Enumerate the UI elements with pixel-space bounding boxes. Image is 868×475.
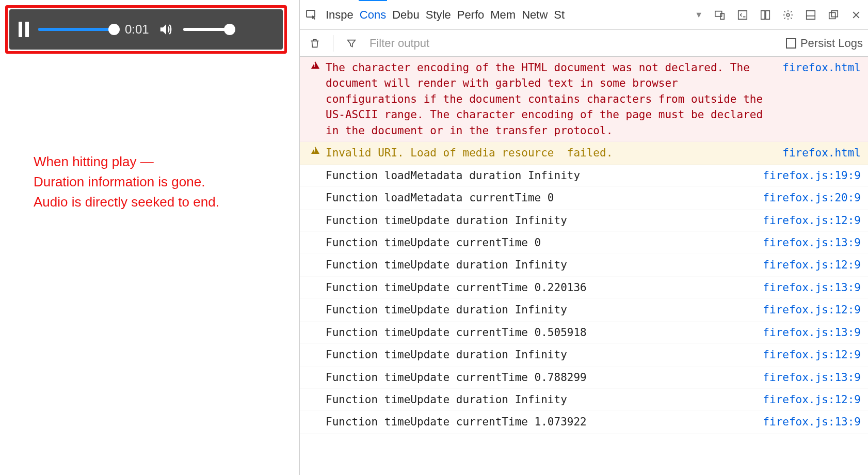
warning-icon — [310, 61, 320, 69]
seek-slider[interactable] — [38, 28, 116, 31]
volume-thumb[interactable] — [224, 24, 235, 35]
console-message[interactable]: Function timeUpdate currentTime 1.073922… — [300, 411, 868, 433]
annotation-line: Audio is directly seeked to end. — [34, 192, 294, 212]
console-message-text: Function timeUpdate currentTime 0.220136 — [326, 280, 752, 295]
console-message[interactable]: Function timeUpdate duration Infinityfir… — [300, 299, 868, 321]
separate-window-button[interactable] — [824, 5, 843, 25]
console-message[interactable]: Function timeUpdate duration Infinityfir… — [300, 344, 868, 366]
persist-logs-checkbox[interactable]: Persist Logs — [786, 37, 863, 50]
console-message-text: Function timeUpdate currentTime 0 — [326, 235, 752, 250]
devtools-tab[interactable]: Inspe — [323, 0, 357, 29]
console-message-source[interactable]: firefox.js:13:9 — [763, 325, 861, 340]
volume-slider[interactable] — [183, 28, 230, 31]
responsive-mode-button[interactable] — [710, 5, 730, 25]
annotation-line: Duration information is gone. — [34, 172, 294, 192]
svg-rect-10 — [831, 10, 838, 17]
page-content-pane: 0:01 When hitting play — Duration inform… — [0, 0, 299, 475]
devtools-tab[interactable]: Style — [423, 0, 454, 29]
console-message[interactable]: Function timeUpdate currentTime 0.505918… — [300, 322, 868, 344]
console-message[interactable]: Function timeUpdate currentTime 0.788299… — [300, 367, 868, 389]
console-message-source[interactable]: firefox.js:12:9 — [763, 213, 861, 228]
playback-time: 0:01 — [125, 22, 149, 37]
svg-rect-5 — [766, 10, 769, 19]
svg-rect-9 — [829, 12, 835, 19]
tabs-overflow-button[interactable]: ▼ — [692, 10, 706, 20]
console-message[interactable]: Function timeUpdate duration Infinityfir… — [300, 389, 868, 411]
svg-rect-3 — [738, 10, 747, 19]
console-message-text: Invalid URI. Load of media resource fail… — [326, 145, 772, 161]
console-message[interactable]: The character encoding of the HTML docum… — [300, 57, 868, 142]
console-message-source[interactable]: firefox.js:12:9 — [763, 302, 861, 318]
console-message[interactable]: Function timeUpdate currentTime 0firefox… — [300, 232, 868, 254]
devtools-tab[interactable]: Netw — [519, 0, 551, 29]
element-picker-button[interactable] — [302, 5, 322, 25]
devtools-tabs: InspeConsDebuStylePerfoMemNetwSt — [323, 0, 690, 29]
console-message-text: Function timeUpdate duration Infinity — [326, 392, 752, 407]
console-message-source[interactable]: firefox.js:13:9 — [763, 414, 861, 430]
console-message-source[interactable]: firefox.js:13:9 — [763, 235, 861, 250]
console-filter-row: Persist Logs — [300, 30, 868, 57]
console-message-source[interactable]: firefox.js:12:9 — [763, 392, 861, 407]
devtools-tab[interactable]: Debu — [389, 0, 423, 29]
clear-console-button[interactable] — [305, 34, 325, 53]
devtools-tab[interactable]: Mem — [487, 0, 519, 29]
console-message[interactable]: Invalid URI. Load of media resource fail… — [300, 142, 868, 164]
devtools-tab[interactable]: Perfo — [454, 0, 488, 29]
devtools-pane: InspeConsDebuStylePerfoMemNetwSt ▼ — [299, 0, 868, 475]
devtools-toolbar: InspeConsDebuStylePerfoMemNetwSt ▼ — [300, 0, 868, 30]
console-message-text: Function loadMetadata duration Infinity — [326, 168, 752, 183]
filter-funnel-button[interactable] — [342, 34, 361, 53]
console-message-source[interactable]: firefox.js:19:9 — [763, 168, 861, 183]
console-message-text: Function timeUpdate duration Infinity — [326, 302, 752, 318]
console-message[interactable]: Function loadMetadata currentTime 0firef… — [300, 187, 868, 209]
close-devtools-button[interactable] — [846, 5, 866, 25]
audio-player[interactable]: 0:01 — [9, 9, 283, 50]
console-message-source[interactable]: firefox.js:13:9 — [763, 370, 861, 385]
dock-mode-button[interactable] — [756, 5, 775, 25]
console-message[interactable]: Function timeUpdate duration Infinityfir… — [300, 210, 868, 232]
pause-button[interactable] — [19, 22, 29, 37]
devtools-tab[interactable]: St — [551, 0, 568, 29]
warning-icon — [310, 147, 320, 154]
devtools-tab[interactable]: Cons — [357, 0, 389, 29]
console-message[interactable]: Function loadMetadata duration Infinityf… — [300, 165, 868, 187]
dock-bottom-button[interactable] — [801, 5, 821, 25]
filter-input[interactable] — [369, 37, 778, 50]
console-message-text: Function timeUpdate currentTime 0.505918 — [326, 325, 752, 340]
annotation-highlight-box: 0:01 — [5, 5, 287, 54]
console-message[interactable]: Function timeUpdate currentTime 0.220136… — [300, 277, 868, 299]
svg-rect-4 — [761, 10, 765, 19]
console-message-source[interactable]: firefox.js:12:9 — [763, 347, 861, 362]
console-message-text: Function timeUpdate duration Infinity — [326, 213, 752, 228]
seek-thumb[interactable] — [108, 24, 120, 35]
console-message-text: Function loadMetadata currentTime 0 — [326, 190, 752, 205]
volume-icon[interactable] — [158, 22, 174, 37]
console-message-text: Function timeUpdate currentTime 1.073922 — [326, 414, 752, 430]
annotation-text: When hitting play — Duration information… — [34, 152, 294, 212]
console-message-text: Function timeUpdate currentTime 0.788299 — [326, 370, 752, 385]
console-message-text: Function timeUpdate duration Infinity — [326, 347, 752, 362]
annotation-line: When hitting play — — [34, 152, 294, 172]
svg-point-6 — [786, 13, 790, 17]
checkbox-box[interactable] — [786, 38, 796, 49]
split-console-button[interactable] — [733, 5, 752, 25]
persist-logs-label: Persist Logs — [800, 37, 863, 50]
console-message[interactable]: Function timeUpdate duration Infinityfir… — [300, 254, 868, 276]
console-message-source[interactable]: firefox.js:13:9 — [763, 280, 861, 295]
console-message-text: Function timeUpdate duration Infinity — [326, 257, 752, 273]
console-message-source[interactable]: firefox.html — [782, 60, 861, 75]
console-messages[interactable]: The character encoding of the HTML docum… — [300, 57, 868, 475]
console-message-source[interactable]: firefox.js:20:9 — [763, 190, 861, 205]
console-message-text: The character encoding of the HTML docum… — [326, 60, 772, 138]
settings-button[interactable] — [778, 5, 798, 25]
devtools-right-tools — [707, 5, 866, 25]
svg-rect-7 — [807, 10, 815, 19]
svg-rect-0 — [307, 10, 315, 17]
divider — [333, 35, 333, 52]
console-message-source[interactable]: firefox.html — [782, 145, 861, 161]
console-message-source[interactable]: firefox.js:12:9 — [763, 257, 861, 273]
